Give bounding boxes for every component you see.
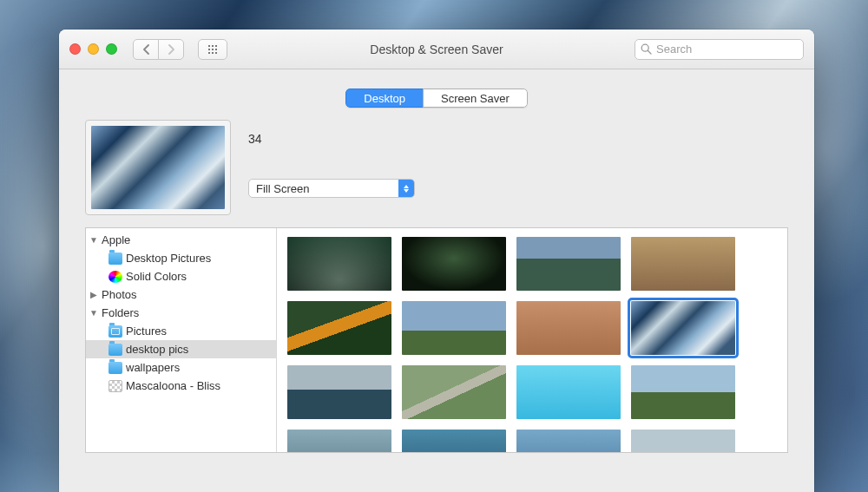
sidebar-item-desktop-pics[interactable]: desktop pics bbox=[86, 340, 276, 358]
back-button[interactable] bbox=[133, 39, 159, 60]
wallpaper-thumbnail[interactable] bbox=[631, 430, 735, 452]
titlebar: Desktop & Screen Saver bbox=[59, 30, 814, 69]
wallpaper-thumbnail[interactable] bbox=[402, 430, 506, 452]
forward-button[interactable] bbox=[158, 39, 184, 60]
wallpaper-thumbnail[interactable] bbox=[516, 237, 621, 291]
wallpaper-thumbnail[interactable] bbox=[402, 301, 506, 355]
fit-mode-dropdown[interactable]: Fill Screen bbox=[248, 179, 415, 198]
tab-desktop[interactable]: Desktop bbox=[345, 89, 424, 108]
preview-row: 34 Fill Screen bbox=[85, 120, 788, 215]
disclosure-triangle-icon[interactable]: ▼ bbox=[89, 308, 98, 318]
close-window-button[interactable] bbox=[69, 43, 81, 55]
transparency-icon bbox=[108, 380, 122, 392]
wallpaper-thumbnail[interactable] bbox=[287, 365, 391, 419]
wallpaper-thumbnail[interactable] bbox=[631, 365, 735, 419]
folder-icon bbox=[108, 362, 122, 374]
chevron-right-icon bbox=[168, 44, 175, 55]
search-icon bbox=[641, 43, 652, 55]
sidebar-item-label: Pictures bbox=[126, 325, 167, 338]
wallpaper-thumbnail[interactable] bbox=[402, 365, 506, 419]
split-pane: ▼ Apple Desktop Pictures Solid Colors ▶ … bbox=[85, 227, 788, 453]
wallpaper-preview-image bbox=[91, 126, 225, 209]
nav-buttons bbox=[133, 39, 184, 60]
preferences-window: Desktop & Screen Saver Desktop Screen Sa… bbox=[59, 30, 814, 492]
sidebar-item-label: desktop pics bbox=[126, 343, 188, 356]
wallpaper-thumbnail[interactable] bbox=[516, 430, 621, 452]
wallpaper-preview-frame bbox=[85, 120, 231, 215]
preview-meta: 34 Fill Screen bbox=[248, 120, 415, 198]
sidebar-group-label: Photos bbox=[102, 288, 136, 301]
folder-icon bbox=[108, 253, 122, 265]
stepper-arrows-icon bbox=[398, 180, 414, 197]
wallpaper-name-label: 34 bbox=[248, 132, 415, 146]
chevron-left-icon bbox=[142, 44, 150, 55]
minimize-window-button[interactable] bbox=[88, 43, 99, 55]
wallpaper-thumbnail[interactable] bbox=[402, 237, 506, 291]
main-area: 34 Fill Screen ▼ Apple Desktop P bbox=[59, 116, 814, 453]
fit-mode-value: Fill Screen bbox=[249, 182, 398, 195]
sidebar-item-label: wallpapers bbox=[126, 361, 180, 374]
grid-icon bbox=[207, 44, 218, 55]
disclosure-triangle-icon[interactable]: ▼ bbox=[89, 235, 98, 245]
wallpaper-thumbnail[interactable] bbox=[516, 365, 621, 419]
sidebar-item-mascaloona-bliss[interactable]: Mascaloona - Bliss bbox=[86, 377, 276, 395]
sidebar-item-pictures[interactable]: Pictures bbox=[86, 322, 276, 340]
window-controls bbox=[69, 43, 117, 55]
sidebar-group-folders[interactable]: ▼ Folders bbox=[86, 304, 276, 322]
sidebar-item-label: Mascaloona - Bliss bbox=[126, 379, 220, 392]
tab-row: Desktop Screen Saver bbox=[59, 69, 814, 116]
folder-icon bbox=[108, 344, 122, 356]
search-field[interactable] bbox=[635, 39, 804, 60]
sidebar-item-label: Desktop Pictures bbox=[126, 252, 211, 265]
zoom-window-button[interactable] bbox=[106, 43, 117, 55]
wallpaper-thumbnail[interactable] bbox=[287, 301, 391, 355]
pictures-folder-icon bbox=[108, 325, 122, 338]
wallpaper-thumbnail[interactable] bbox=[631, 237, 735, 291]
wallpaper-thumbnail-selected[interactable] bbox=[631, 301, 735, 355]
sidebar-item-label: Solid Colors bbox=[126, 270, 187, 283]
wallpaper-thumbnail[interactable] bbox=[287, 430, 391, 452]
sidebar-group-label: Folders bbox=[102, 306, 139, 319]
wallpaper-thumbnail[interactable] bbox=[516, 301, 621, 355]
sidebar-group-apple[interactable]: ▼ Apple bbox=[86, 231, 276, 249]
search-input[interactable] bbox=[656, 43, 798, 56]
color-wheel-icon bbox=[108, 271, 122, 283]
sidebar-group-label: Apple bbox=[102, 233, 130, 246]
sidebar-item-solid-colors[interactable]: Solid Colors bbox=[86, 267, 276, 285]
svg-line-1 bbox=[648, 50, 651, 54]
sidebar-item-wallpapers[interactable]: wallpapers bbox=[86, 358, 276, 377]
wallpaper-thumbnail[interactable] bbox=[287, 237, 391, 291]
disclosure-triangle-icon[interactable]: ▶ bbox=[89, 290, 98, 299]
tab-control: Desktop Screen Saver bbox=[345, 89, 527, 108]
sidebar-group-photos[interactable]: ▶ Photos bbox=[86, 285, 276, 304]
tab-screen-saver[interactable]: Screen Saver bbox=[423, 89, 528, 108]
source-sidebar[interactable]: ▼ Apple Desktop Pictures Solid Colors ▶ … bbox=[86, 228, 277, 452]
thumbnail-grid[interactable] bbox=[277, 228, 787, 452]
show-all-button[interactable] bbox=[198, 39, 227, 60]
sidebar-item-desktop-pictures[interactable]: Desktop Pictures bbox=[86, 249, 276, 267]
